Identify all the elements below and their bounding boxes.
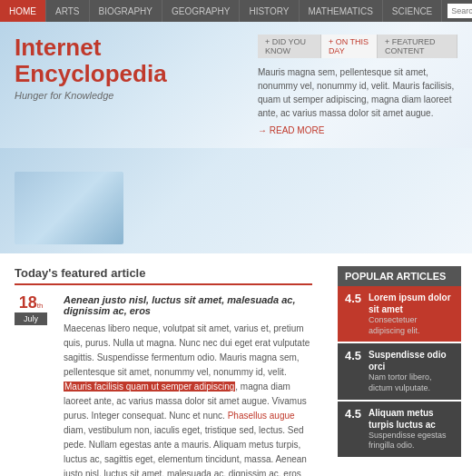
- popular-text-0: Lorem ipsum dolor sit amet Consectetuer …: [369, 292, 454, 336]
- article-main: Aenean justo nisl, luctus sit amet, male…: [64, 294, 312, 476]
- article-content: Today's featured article 18th July Aenea…: [0, 253, 327, 476]
- nav-arts[interactable]: ARTS: [46, 0, 90, 22]
- dyb-tab-1[interactable]: ON THIS DAY: [321, 35, 378, 58]
- section-title: Today's featured article: [15, 266, 312, 285]
- popular-item-title-1: Suspendisse odio orci: [369, 349, 454, 372]
- nav-history[interactable]: HISTORY: [240, 0, 299, 22]
- popular-item-2[interactable]: 4.5 Aliquam metus turpis luctus ac Suspe…: [338, 402, 461, 457]
- popular-item-sub-1: Nam tortor libero, dictum vulputate.: [369, 372, 454, 393]
- highlight-text: Mauris facilisis quam ut semper adipisci…: [64, 382, 235, 392]
- popular-item-title-0: Lorem ipsum dolor sit amet: [369, 292, 454, 315]
- dyb-tab-0[interactable]: DID YOU KNOW: [258, 35, 321, 58]
- popular-item-0[interactable]: 4.5 Lorem ipsum dolor sit amet Consectet…: [338, 286, 461, 342]
- sidebar: POPULAR ARTICLES 4.5 Lorem ipsum dolor s…: [327, 253, 472, 476]
- popular-title: POPULAR ARTICLES: [338, 266, 461, 286]
- date-badge: 18th July: [15, 294, 47, 476]
- popular-score-0: 4.5: [345, 292, 363, 305]
- dyb-tab-2[interactable]: FEATURED CONTENT: [378, 35, 457, 58]
- popular-item-1[interactable]: 4.5 Suspendisse odio orci Nam tortor lib…: [338, 343, 461, 399]
- popular-item-title-2: Aliquam metus turpis luctus ac: [369, 407, 454, 431]
- search-area: 🔍: [442, 0, 472, 22]
- article-title: Aenean justo nisl, luctus sit amet, male…: [64, 294, 312, 316]
- date-suffix: th: [37, 302, 44, 310]
- popular-item-sub-2: Suspendisse egestas fringilla odio.: [369, 431, 454, 451]
- article-body: Maecenas libero neque, volutpat sit amet…: [64, 322, 312, 476]
- hero-right: DID YOU KNOW ON THIS DAY FEATURED CONTEN…: [258, 35, 457, 135]
- hero-section: Internet Encyclopedia Hunger for Knowled…: [0, 22, 472, 148]
- navigation: HOME ARTS BIOGRAPHY GEOGRAPHY HISTORY MA…: [0, 0, 472, 22]
- main-content: Today's featured article 18th July Aenea…: [0, 253, 472, 476]
- nav-geography[interactable]: GEOGRAPHY: [162, 0, 240, 22]
- popular-score-1: 4.5: [345, 349, 363, 362]
- search-input[interactable]: [447, 4, 472, 18]
- hero-text: Mauris magna sem, pellentesque sit amet,…: [258, 65, 457, 120]
- hero-left: Internet Encyclopedia Hunger for Knowled…: [15, 35, 245, 135]
- nav-science[interactable]: SCIENCE: [383, 0, 442, 22]
- date-day: 18: [19, 293, 37, 312]
- date-month: July: [15, 312, 47, 325]
- hero-read-more[interactable]: → READ MORE: [258, 125, 457, 135]
- hero-image: [15, 172, 123, 244]
- nav-home[interactable]: HOME: [0, 0, 46, 22]
- nav-biography[interactable]: BIOGRAPHY: [90, 0, 162, 22]
- phaselis-link[interactable]: Phasellus augue: [228, 411, 295, 421]
- hero-title: Internet Encyclopedia: [15, 35, 245, 86]
- hero-subtitle: Hunger for Knowledge: [15, 90, 245, 101]
- popular-text-1: Suspendisse odio orci Nam tortor libero,…: [369, 349, 454, 393]
- popular-score-2: 4.5: [345, 407, 363, 421]
- did-you-know-tabs: DID YOU KNOW ON THIS DAY FEATURED CONTEN…: [258, 35, 457, 58]
- popular-text-2: Aliquam metus turpis luctus ac Suspendis…: [369, 407, 454, 451]
- popular-item-sub-0: Consectetuer adipiscing elit.: [369, 315, 454, 336]
- nav-mathematics[interactable]: MATHEMATICS: [300, 0, 383, 22]
